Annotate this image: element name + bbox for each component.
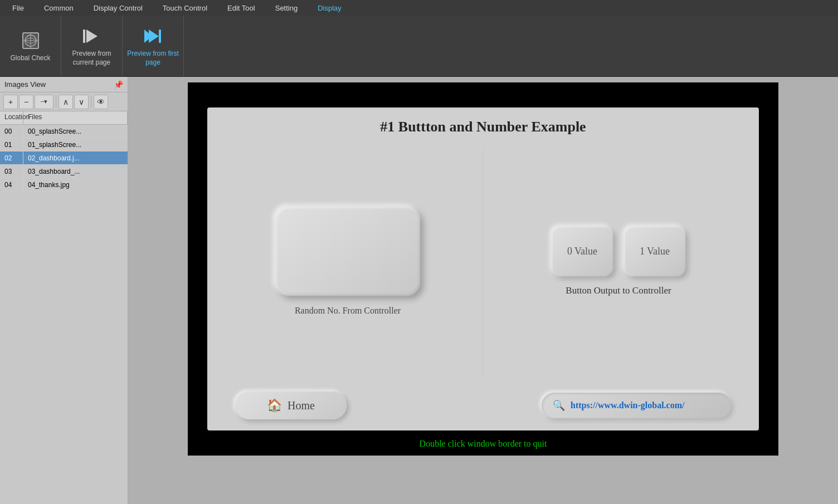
global-check-label: Global Check — [10, 54, 50, 63]
list-item[interactable]: 02 02_dashboard.j... — [0, 151, 128, 165]
menu-edit-tool[interactable]: Edit Tool — [217, 2, 265, 14]
global-check-icon — [20, 30, 42, 52]
list-item[interactable]: 04 04_thanks.jpg — [0, 178, 128, 192]
menu-file[interactable]: File — [2, 2, 34, 14]
menu-display[interactable]: Display — [308, 2, 352, 14]
menu-common[interactable]: Common — [34, 2, 84, 14]
sidebar-pin-icon[interactable]: 📌 — [114, 80, 123, 89]
number-display-box — [275, 207, 420, 296]
button-output-label: Button Output to Controller — [566, 285, 671, 296]
menu-setting[interactable]: Setting — [265, 2, 308, 14]
menu-bar: File Common Display Control Touch Contro… — [0, 0, 838, 16]
main-area: Images View 📌 + − −▾ ∧ ∨ 👁 Location File… — [0, 77, 838, 504]
location-column-header: Location — [0, 111, 23, 124]
file-location: 02 — [0, 151, 23, 164]
preview-first-icon — [142, 25, 164, 47]
preview-first-button[interactable]: Preview from first page — [123, 16, 184, 76]
preview-title: #1 Buttton and Number Example — [224, 119, 742, 135]
list-item[interactable]: 03 03_dashboard_... — [0, 165, 128, 178]
remove-dropdown-button[interactable]: −▾ — [35, 95, 53, 109]
file-location: 00 — [0, 125, 23, 138]
preview-footer-text: Double click window border to quit — [188, 439, 778, 449]
file-location: 01 — [0, 138, 23, 151]
home-button-label: Home — [288, 399, 315, 412]
search-icon: 🔍 — [553, 399, 565, 412]
file-name: 01_splashScree... — [23, 141, 128, 149]
up-button[interactable]: ∧ — [59, 95, 73, 109]
url-bar[interactable]: 🔍 https://www.dwin-global.com/ — [542, 393, 731, 418]
svg-marker-4 — [86, 30, 98, 43]
value-buttons-group: 0 Value 1 Value — [552, 226, 685, 276]
home-icon: 🏠 — [267, 398, 282, 413]
preview-current-button[interactable]: Preview from current page — [61, 16, 123, 76]
toolbar: Global Check Preview from current page P… — [0, 16, 838, 77]
preview-content: #1 Buttton and Number Example Random No.… — [207, 107, 759, 430]
sidebar-toolbar: + − −▾ ∧ ∨ 👁 — [0, 92, 128, 111]
preview-current-icon — [81, 25, 103, 47]
file-name: 04_thanks.jpg — [23, 181, 128, 189]
svg-rect-5 — [83, 30, 85, 43]
file-location: 04 — [0, 178, 23, 191]
preview-first-label: Preview from first page — [125, 50, 181, 67]
preview-current-label: Preview from current page — [64, 50, 120, 67]
remove-button[interactable]: − — [19, 95, 33, 109]
files-column-header: Files — [23, 111, 128, 124]
value-0-button[interactable]: 0 Value — [552, 226, 613, 276]
preview-body: Random No. From Controller 0 Value 1 Val… — [224, 146, 742, 376]
file-list: 00 00_splashScree... 01 01_splashScree..… — [0, 125, 128, 504]
canvas-area: #1 Buttton and Number Example Random No.… — [128, 77, 838, 504]
file-name: 00_splashScree... — [23, 128, 128, 135]
add-button[interactable]: + — [3, 95, 18, 109]
global-check-button[interactable]: Global Check — [0, 16, 61, 76]
file-location: 03 — [0, 165, 23, 178]
toolbar-separator — [56, 96, 56, 107]
value-1-button[interactable]: 1 Value — [624, 226, 685, 276]
sidebar-header: Images View 📌 — [0, 77, 128, 92]
eye-button[interactable]: 👁 — [94, 95, 108, 109]
file-list-header: Location Files — [0, 111, 128, 125]
url-text: https://www.dwin-global.com/ — [571, 400, 684, 410]
preview-right-panel: 0 Value 1 Value Button Output to Control… — [484, 146, 742, 376]
list-item[interactable]: 00 00_splashScree... — [0, 125, 128, 138]
file-name: 03_dashboard_... — [23, 168, 128, 175]
down-button[interactable]: ∨ — [74, 95, 89, 109]
preview-left-panel: Random No. From Controller — [224, 146, 484, 376]
menu-display-control[interactable]: Display Control — [84, 2, 153, 14]
toolbar-separator-2 — [91, 96, 91, 107]
preview-window: #1 Buttton and Number Example Random No.… — [188, 82, 778, 456]
sidebar-title: Images View — [4, 80, 46, 89]
svg-rect-8 — [159, 30, 161, 43]
sidebar: Images View 📌 + − −▾ ∧ ∨ 👁 Location File… — [0, 77, 128, 504]
number-display-label: Random No. From Controller — [295, 306, 401, 316]
file-name: 02_dashboard.j... — [23, 154, 128, 162]
home-button[interactable]: 🏠 Home — [235, 392, 347, 419]
list-item[interactable]: 01 01_splashScree... — [0, 138, 128, 151]
menu-touch-control[interactable]: Touch Control — [153, 2, 217, 14]
